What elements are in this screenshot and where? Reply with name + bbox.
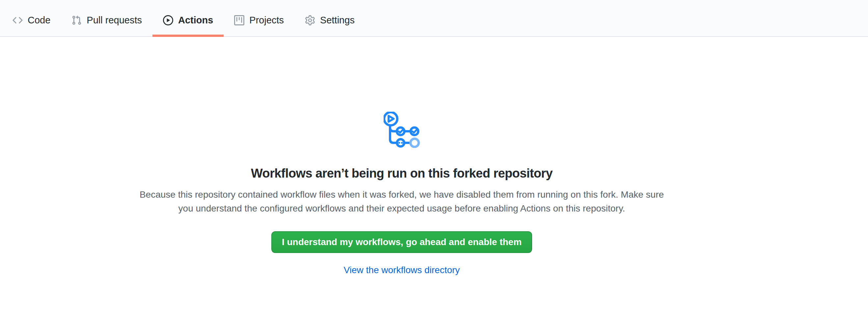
tab-settings-label: Settings bbox=[320, 15, 354, 26]
repo-tab-bar: Code Pull requests Actions Projects Sett… bbox=[0, 0, 868, 37]
tab-pull-requests[interactable]: Pull requests bbox=[61, 0, 152, 36]
tab-code[interactable]: Code bbox=[2, 0, 61, 36]
project-icon bbox=[234, 15, 244, 25]
tab-projects[interactable]: Projects bbox=[224, 0, 294, 36]
view-workflows-directory-link[interactable]: View the workflows directory bbox=[344, 265, 460, 275]
play-icon bbox=[163, 15, 173, 25]
code-icon bbox=[12, 15, 23, 25]
tab-pull-requests-label: Pull requests bbox=[87, 15, 142, 26]
actions-blankslate: Workflows aren’t being run on this forke… bbox=[0, 37, 803, 275]
enable-workflows-button[interactable]: I understand my workflows, go ahead and … bbox=[271, 231, 532, 253]
tab-actions-label: Actions bbox=[178, 15, 213, 26]
tab-projects-label: Projects bbox=[249, 15, 284, 26]
description-text: Because this repository contained workfl… bbox=[132, 188, 672, 215]
workflow-graph-icon bbox=[383, 112, 420, 148]
git-pull-request-icon bbox=[71, 15, 82, 25]
tab-actions[interactable]: Actions bbox=[152, 0, 224, 36]
page-title: Workflows aren’t being run on this forke… bbox=[0, 166, 803, 181]
tab-settings[interactable]: Settings bbox=[294, 0, 365, 36]
gear-icon bbox=[305, 15, 315, 25]
tab-code-label: Code bbox=[28, 15, 51, 26]
